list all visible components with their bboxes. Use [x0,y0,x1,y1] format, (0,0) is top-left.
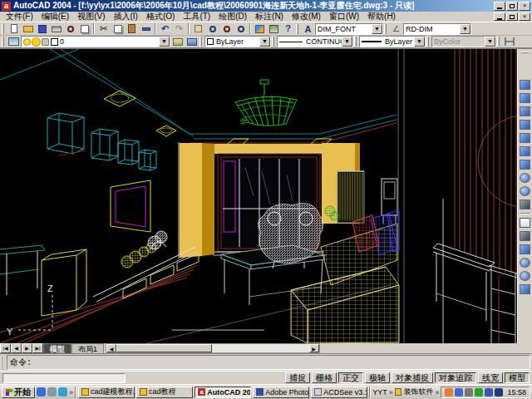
restore-button[interactable] [506,2,518,11]
model-space-toggle[interactable]: 模型 [505,372,530,383]
toolbar-grip[interactable] [200,37,202,47]
menu-draw[interactable]: 绘图(D) [214,11,251,22]
shade-flat-edges-icon[interactable] [520,146,530,156]
render-icon[interactable] [520,173,530,183]
taskbar-task-cad-modeling[interactable]: cad建模教程... [78,387,135,398]
render-preferences-icon[interactable] [520,284,530,294]
media-player-icon[interactable] [58,387,67,397]
chevron-down-icon[interactable]: ▼ [159,37,170,47]
menu-file[interactable]: 文件(F) [2,11,37,22]
match-properties-icon[interactable] [139,23,153,35]
menu-insert[interactable]: 插入(I) [109,11,141,22]
designcenter-icon[interactable] [267,23,281,35]
taskbar-toolbar-decor[interactable]: 装饰软件 [403,387,433,397]
properties-icon[interactable] [253,23,267,35]
fog-icon[interactable] [520,271,530,281]
tray-icon[interactable] [485,388,493,397]
zoom-previous-icon[interactable] [234,23,248,35]
dim-style-combo[interactable]: RD-DIM▼ [403,23,471,35]
color-combo[interactable]: ByLayer ▼ [204,36,271,47]
minimize-button[interactable] [494,2,505,11]
undo-icon[interactable]: ↶ [158,23,172,35]
layer-combo[interactable]: 0 ▼ [21,36,170,47]
zoom-realtime-icon[interactable] [205,23,219,35]
tray-icon[interactable] [445,388,453,397]
doc-close-button[interactable]: × [519,12,530,21]
command-window-grip[interactable] [1,356,4,369]
shade-gouraud-icon[interactable] [520,133,530,143]
chevron-icon[interactable]: » [69,388,73,397]
lineweight-toggle[interactable]: 线宽 [478,372,503,383]
menu-tools[interactable]: 工具(T) [179,11,214,22]
taskbar-task-photoshop[interactable]: Adobe Photo... [253,387,309,398]
chevron-icon[interactable]: » [435,388,439,397]
menu-view[interactable]: 视图(V) [73,11,109,22]
materials-library-icon[interactable] [520,231,530,241]
snap-toggle[interactable]: 捕捉 [285,372,310,383]
chevron-down-icon[interactable]: ▼ [259,37,270,47]
command-prompt[interactable]: 命令: [7,357,530,369]
layer-lock-icon[interactable] [42,38,49,46]
show-desktop-icon[interactable] [47,387,57,397]
shade-flat-icon[interactable] [520,120,530,130]
tray-icon[interactable] [495,388,503,397]
publish-icon[interactable] [77,23,91,35]
menu-help[interactable]: 帮助(H) [363,11,400,22]
toolbar-grip[interactable] [497,37,500,47]
plot-preview-icon[interactable] [63,23,77,35]
lights-icon[interactable] [520,200,530,209]
toolbar-grip[interactable] [354,37,357,47]
ortho-toggle[interactable]: 正交 [338,372,363,383]
chevron-icon[interactable]: » [389,388,393,397]
toolbar-grip[interactable] [272,37,274,47]
otrack-toggle[interactable]: 对象追踪 [435,372,476,383]
chevron-down-icon[interactable]: ▼ [460,24,470,34]
radiator-cabinet[interactable] [337,171,364,223]
chevron-down-icon[interactable]: ▼ [342,37,352,47]
taskbar-task-acdsee[interactable]: ACDSee v3.1... [311,387,367,398]
background-icon[interactable] [520,258,530,268]
linear-dimension-icon[interactable] [502,36,516,47]
shade-gouraud-edges-icon[interactable] [520,160,530,170]
toolbar-grip[interactable] [296,24,298,34]
chevron-down-icon[interactable]: ▼ [372,24,382,34]
polar-toggle[interactable]: 极轴 [365,372,390,383]
command-window[interactable]: 命令: [0,353,532,371]
shade-hidden-icon[interactable] [520,106,530,116]
picture-frame[interactable] [111,180,150,232]
osnap-toggle[interactable]: 对象捕捉 [392,372,433,383]
toolbar-grip[interactable] [426,37,429,47]
scenes-icon[interactable] [520,186,530,196]
taskbar-task-autocad[interactable]: a AutoCAD 200... [195,387,251,398]
doc-restore-button[interactable] [506,12,518,21]
shade-3d-wireframe-icon[interactable] [520,93,530,103]
linetype-combo[interactable]: CONTINUOUS ▼ [277,36,353,47]
menu-window[interactable]: 窗口(W) [325,11,363,22]
layer-previous-icon[interactable] [185,36,199,47]
taskbar-task-cad-tutorial[interactable]: cad教程 [136,387,193,398]
menu-format[interactable]: 格式(O) [142,11,179,22]
tray-icon[interactable] [465,388,473,397]
layer-freeze-sun-icon[interactable] [32,38,40,46]
redo-icon[interactable]: ↷ [172,23,186,35]
toolbar-grip[interactable] [2,37,4,47]
zoom-window-icon[interactable] [219,23,234,35]
cut-icon[interactable]: ✂ [96,23,111,35]
close-button[interactable]: × [519,2,530,11]
drawing-viewport[interactable]: Z Y [0,49,517,343]
open-file-icon[interactable] [21,23,35,35]
paste-icon[interactable] [125,23,139,35]
layer-on-bulb-icon[interactable] [23,38,31,46]
save-icon[interactable] [35,23,49,35]
plot-icon[interactable] [49,23,63,35]
menu-dimension[interactable]: 标注(N) [251,11,288,22]
toolbar-grip[interactable] [521,52,530,53]
text-style-combo[interactable]: DIM_FONT▼ [315,23,383,35]
layers-icon[interactable] [7,36,21,47]
dim-style-icon[interactable]: ∠ [389,23,403,35]
lineweight-combo[interactable]: ByLayer ▼ [359,36,426,47]
start-button[interactable]: 开始 [2,387,35,398]
help-icon[interactable]: ? [281,23,295,35]
text-style-icon[interactable]: A [301,23,315,35]
taskbar-toolbar-yyt[interactable]: YYT [372,388,387,397]
